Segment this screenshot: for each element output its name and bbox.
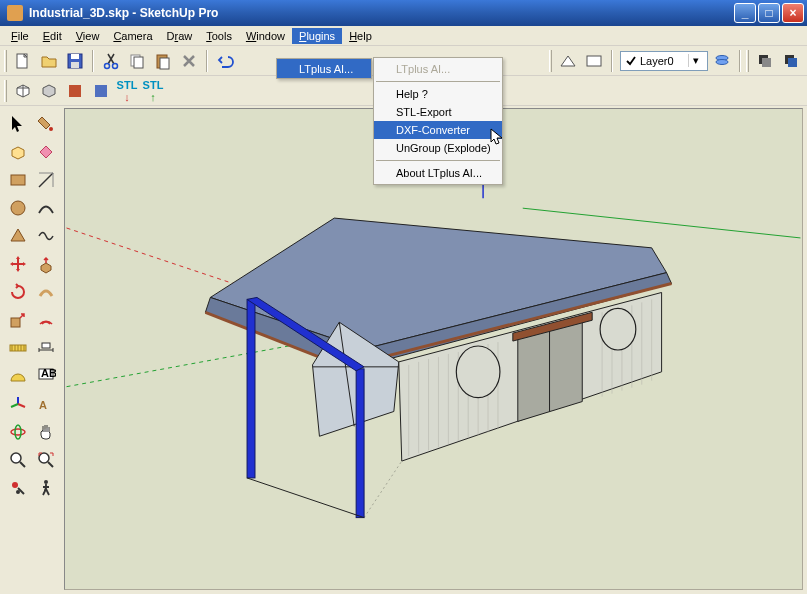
layer-selector[interactable]: Layer0 ▾ [620, 51, 708, 71]
dimension-tool[interactable] [32, 334, 60, 362]
stl-export-button[interactable]: STL↓ [115, 79, 139, 103]
svg-point-32 [12, 482, 18, 488]
svg-point-29 [15, 425, 21, 439]
chevron-down-icon: ▾ [688, 54, 703, 67]
close-button[interactable]: × [782, 3, 804, 23]
style2-button[interactable] [89, 79, 113, 103]
copy-button[interactable] [125, 49, 149, 73]
followme-tool[interactable] [32, 278, 60, 306]
maximize-button[interactable]: □ [758, 3, 780, 23]
plugins-ltplus-item[interactable]: LTplus AI... ▸ [277, 59, 371, 78]
text-tool[interactable]: ABC [32, 362, 60, 390]
submenu-dxf-converter[interactable]: DXF-Converter [374, 121, 502, 139]
iso-view-button[interactable] [11, 79, 35, 103]
shadow-settings-button[interactable] [779, 49, 803, 73]
svg-rect-16 [788, 58, 797, 67]
svg-point-34 [44, 480, 48, 484]
pushpull-tool[interactable] [32, 250, 60, 278]
submenu-stl-export[interactable]: STL-Export [374, 103, 502, 121]
minimize-button[interactable]: _ [734, 3, 756, 23]
menubar: File Edit View Camera Draw Tools Window … [0, 26, 807, 46]
zoom-extents-tool[interactable] [32, 446, 60, 474]
submenu-about[interactable]: About LTplus AI... [374, 164, 502, 182]
menu-view[interactable]: View [69, 28, 107, 44]
walk-tool[interactable] [32, 474, 60, 502]
svg-point-65 [600, 308, 636, 350]
scale-tool[interactable] [4, 306, 32, 334]
window-title: Industrial_3D.skp - SketchUp Pro [27, 6, 732, 20]
3dtext-tool[interactable]: A [32, 390, 60, 418]
new-button[interactable] [11, 49, 35, 73]
select-tool[interactable] [4, 110, 32, 138]
menu-draw[interactable]: Draw [160, 28, 200, 44]
menu-plugins[interactable]: Plugins [292, 28, 342, 44]
move-tool[interactable] [4, 250, 32, 278]
polygon-tool[interactable] [4, 222, 32, 250]
layer-manager-button[interactable] [710, 49, 734, 73]
svg-text:A: A [39, 399, 47, 411]
menu-tools[interactable]: Tools [199, 28, 239, 44]
rectangle-tool[interactable] [4, 166, 32, 194]
svg-rect-17 [69, 85, 81, 97]
svg-point-33 [16, 490, 20, 494]
menu-camera[interactable]: Camera [106, 28, 159, 44]
svg-line-72 [247, 478, 364, 518]
app-icon [7, 5, 23, 21]
svg-line-73 [364, 461, 402, 518]
menu-help[interactable]: Help [342, 28, 379, 44]
svg-rect-3 [71, 62, 79, 68]
svg-point-12 [716, 59, 728, 64]
dropdown-label: LTplus AI... [299, 63, 353, 75]
open-button[interactable] [37, 49, 61, 73]
paste-button[interactable] [151, 49, 175, 73]
eraser-tool[interactable] [32, 138, 60, 166]
arc-tool[interactable] [32, 194, 60, 222]
check-icon [625, 55, 637, 67]
pan-tool[interactable] [32, 418, 60, 446]
undo-button[interactable] [213, 49, 237, 73]
zoom-tool[interactable] [4, 446, 32, 474]
style1-button[interactable] [63, 79, 87, 103]
axes-tool[interactable] [4, 390, 32, 418]
svg-point-5 [113, 63, 118, 68]
paint-tool[interactable] [32, 110, 60, 138]
position-camera-tool[interactable] [4, 474, 32, 502]
freehand-tool[interactable] [32, 222, 60, 250]
orbit-tool[interactable] [4, 418, 32, 446]
delete-button[interactable] [177, 49, 201, 73]
svg-rect-69 [247, 299, 255, 478]
front-view-button[interactable] [37, 79, 61, 103]
save-button[interactable] [63, 49, 87, 73]
cursor-icon [490, 128, 506, 146]
svg-rect-9 [160, 58, 169, 69]
menu-edit[interactable]: Edit [36, 28, 69, 44]
svg-rect-22 [11, 318, 20, 327]
svg-rect-18 [95, 85, 107, 97]
submenu-help[interactable]: Help ? [374, 85, 502, 103]
svg-rect-20 [11, 175, 25, 185]
menu-file[interactable]: File [4, 28, 36, 44]
entity-info-button[interactable] [582, 49, 606, 73]
submenu-ungroup[interactable]: UnGroup (Explode) [374, 139, 502, 157]
shadow-button[interactable] [753, 49, 777, 73]
svg-rect-2 [71, 54, 79, 59]
circle-tool[interactable] [4, 194, 32, 222]
svg-rect-10 [587, 56, 601, 66]
protractor-tool[interactable] [4, 362, 32, 390]
svg-point-31 [39, 453, 49, 463]
svg-point-4 [105, 63, 110, 68]
layer-name: Layer0 [640, 55, 685, 67]
offset-tool[interactable] [32, 306, 60, 334]
ltplus-submenu: LTplus AI... Help ? STL-Export DXF-Conve… [373, 57, 503, 185]
svg-point-64 [456, 346, 500, 398]
cut-button[interactable] [99, 49, 123, 73]
tape-tool[interactable] [4, 334, 32, 362]
svg-point-28 [11, 429, 25, 435]
component-tool[interactable] [4, 138, 32, 166]
model-info-button[interactable] [556, 49, 580, 73]
line-tool[interactable] [32, 166, 60, 194]
rotate-tool[interactable] [4, 278, 32, 306]
menu-window[interactable]: Window [239, 28, 292, 44]
stl-import-button[interactable]: STL↑ [141, 79, 165, 103]
tool-palette: ABC A [2, 108, 62, 590]
